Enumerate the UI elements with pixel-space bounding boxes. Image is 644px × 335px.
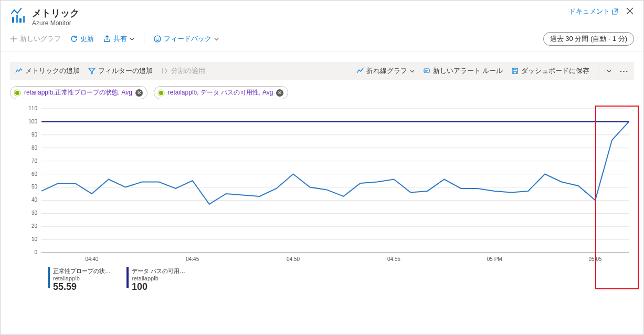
svg-text:80: 80 [31,145,38,151]
alert-icon [423,67,430,75]
new-alert-label: 新しいアラート ルール [433,66,503,76]
svg-text:0: 0 [34,249,37,255]
command-bar: 新しいグラフ 更新 共有 フィードバック 過去 30 分間 (自動 - 1 分) [1,30,643,51]
pin-to-dashboard-button[interactable]: ダッシュボードに保存 [511,66,589,76]
legend-item[interactable]: 正常性プローブの状態... retailapplb 55.59 [48,267,111,292]
metric-pill-label: retailapplb, データ パスの可用性, Avg [168,88,273,97]
legend-color-bar [126,267,129,288]
apply-splitting-button[interactable]: 分割の適用 [161,66,205,76]
page-subtitle: Azure Monitor [32,19,79,27]
svg-point-6 [158,38,159,39]
metric-pill[interactable]: retailapplb, データ パスの可用性, Avg ✕ [154,86,289,99]
chart-toolbar: メトリックの追加 フィルターの追加 分割の適用 折れ線グラフ [10,62,634,80]
metric-pills-row: retailapplb,正常性プローブの状態, Avg ✕ retailappl… [10,80,634,103]
divider [144,34,144,44]
svg-text:04:40: 04:40 [85,256,98,262]
svg-rect-2 [19,18,22,23]
refresh-label: 更新 [80,34,94,44]
feedback-button[interactable]: フィードバック [154,34,219,44]
divider [598,65,598,77]
smiley-icon [154,35,161,43]
svg-text:100: 100 [28,119,37,124]
new-alert-rule-button[interactable]: 新しいアラート ルール [423,66,503,76]
chevron-down-icon [214,37,219,41]
svg-point-4 [154,36,161,42]
svg-point-5 [156,38,157,39]
metrics-icon [10,7,27,24]
page-title: メトリック [32,7,79,19]
svg-text:60: 60 [31,171,38,177]
chevron-down-icon [607,69,611,74]
legend-color-bar [48,267,50,288]
svg-text:04:55: 04:55 [387,256,400,262]
remove-metric-button[interactable]: ✕ [135,89,143,97]
add-filter-button[interactable]: フィルターの追加 [88,66,153,76]
share-icon [103,35,111,43]
legend-metric-name: データ パスの可用性... [132,267,189,275]
legend-metric-name: 正常性プローブの状態... [53,267,111,275]
feedback-label: フィードバック [164,34,212,44]
metric-pill[interactable]: retailapplb,正常性プローブの状態, Avg ✕ [10,86,147,99]
svg-text:40: 40 [31,197,38,203]
documentation-link[interactable]: ドキュメント [569,7,618,16]
chevron-down-icon [410,69,415,74]
svg-point-8 [15,91,19,95]
svg-text:50: 50 [31,184,38,190]
svg-rect-0 [12,17,14,23]
chart-legend: 正常性プローブの状態... retailapplb 55.59 データ パスの可… [10,263,634,292]
chart-type-label: 折れ線グラフ [366,66,407,76]
close-button[interactable] [626,7,634,15]
refresh-button[interactable]: 更新 [70,34,94,44]
apply-split-label: 分割の適用 [171,66,205,76]
legend-item[interactable]: データ パスの可用性... retailapplb 100 [126,267,189,292]
share-label: 共有 [113,34,127,44]
add-metric-icon [15,67,23,75]
external-link-icon [612,8,618,15]
chart-type-selector[interactable]: 折れ線グラフ [356,66,415,76]
chevron-down-icon [130,37,134,41]
svg-point-10 [159,91,163,95]
legend-value: 55.59 [53,281,111,292]
metric-dot-icon [157,89,165,97]
line-chart-icon [356,67,364,75]
svg-text:20: 20 [31,223,38,229]
svg-text:05:05: 05:05 [589,256,602,262]
filter-icon [88,67,96,75]
remove-metric-button[interactable]: ✕ [276,89,283,97]
pin-dropdown[interactable] [607,69,611,74]
svg-text:30: 30 [31,210,38,216]
svg-text:70: 70 [31,158,38,164]
metric-pill-label: retailapplb,正常性プローブの状態, Avg [24,88,132,97]
svg-rect-1 [16,15,18,23]
chart-area[interactable]: 010203040506070809010011004:4004:4504:50… [10,106,634,263]
add-filter-label: フィルターの追加 [98,66,153,76]
add-metric-label: メトリックの追加 [25,66,80,76]
split-icon [161,67,168,75]
line-chart: 010203040506070809010011004:4004:4504:50… [10,106,634,263]
new-chart-label: 新しいグラフ [20,34,61,44]
svg-text:90: 90 [31,132,38,138]
page-header: メトリック Azure Monitor ドキュメント [1,1,643,30]
share-button[interactable]: 共有 [103,34,134,44]
plus-icon [10,35,17,43]
metric-dot-icon [14,89,21,97]
legend-value: 100 [132,281,189,292]
svg-text:04:45: 04:45 [186,256,199,262]
legend-resource-name: retailapplb [132,275,189,281]
legend-resource-name: retailapplb [53,275,111,281]
refresh-icon [70,35,78,43]
pin-label: ダッシュボードに保存 [521,66,589,76]
new-chart-button[interactable]: 新しいグラフ [10,34,61,44]
save-icon [511,67,519,75]
svg-rect-3 [23,16,25,23]
svg-text:110: 110 [28,106,37,111]
svg-text:04:50: 04:50 [287,256,300,262]
add-metric-button[interactable]: メトリックの追加 [15,66,80,76]
documentation-link-label: ドキュメント [569,7,610,16]
more-options-button[interactable]: ··· [620,67,629,75]
svg-text:05 PM: 05 PM [487,256,502,262]
svg-text:10: 10 [31,236,38,242]
time-range-selector[interactable]: 過去 30 分間 (自動 - 1 分) [543,32,634,46]
